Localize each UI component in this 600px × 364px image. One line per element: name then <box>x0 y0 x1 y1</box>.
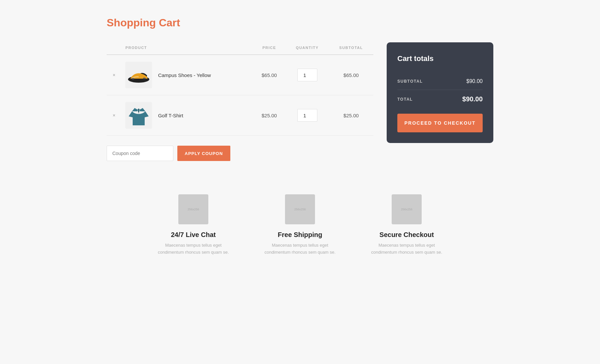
col-quantity-header: QUANTITY <box>286 42 329 55</box>
product-name: Campus Shoes - Yellow <box>158 72 211 78</box>
cart-totals-card: Cart totals SUBTOTAL $90.00 TOTAL $90.00… <box>387 42 493 143</box>
quantity-input[interactable] <box>297 69 317 81</box>
total-row: TOTAL $90.00 <box>397 90 483 108</box>
cart-layout: PRODUCT PRICE QUANTITY SUBTOTAL <box>107 42 493 161</box>
cart-table: PRODUCT PRICE QUANTITY SUBTOTAL <box>107 42 373 136</box>
page-title: Shopping Cart <box>107 17 493 29</box>
subtotal-row: SUBTOTAL $90.00 <box>397 73 483 90</box>
price-cell: $25.00 <box>253 95 286 136</box>
feature-image: 256x256 <box>285 194 315 224</box>
features-section: 256x256 24/7 Live Chat Maecenas tempus t… <box>107 194 493 256</box>
feature-item-0: 256x256 24/7 Live Chat Maecenas tempus t… <box>153 194 233 256</box>
product-cell: Golf T-Shirt <box>121 95 253 136</box>
product-thumbnail <box>125 62 152 88</box>
feature-title: 24/7 Live Chat <box>153 231 233 239</box>
svg-point-2 <box>143 78 146 79</box>
feature-item-2: 256x256 Secure Checkout Maecenas tempus … <box>367 194 447 256</box>
feature-description: Maecenas tempus tellus eget condimentum … <box>153 242 233 256</box>
feature-title: Free Shipping <box>260 231 340 239</box>
apply-coupon-button[interactable]: APPLY COUPON <box>177 146 230 161</box>
feature-description: Maecenas tempus tellus eget condimentum … <box>260 242 340 256</box>
feature-description: Maecenas tempus tellus eget condimentum … <box>367 242 447 256</box>
coupon-row: APPLY COUPON <box>107 146 373 161</box>
feature-image: 256x256 <box>178 194 208 224</box>
svg-rect-3 <box>138 109 139 112</box>
product-name: Golf T-Shirt <box>158 113 183 118</box>
table-row: × Golf T-Shirt $25.00 $25.00 <box>107 95 373 136</box>
feature-item-1: 256x256 Free Shipping Maecenas tempus te… <box>260 194 340 256</box>
col-price-header: PRICE <box>253 42 286 55</box>
title-orange: Cart <box>159 17 180 29</box>
subtotal-value: $90.00 <box>466 78 483 84</box>
subtotal-cell: $65.00 <box>329 55 373 95</box>
remove-cell: × <box>107 55 121 95</box>
feature-image: 256x256 <box>392 194 422 224</box>
quantity-input[interactable] <box>297 109 317 122</box>
table-row: × Campus Shoes - Yellow $65.00 <box>107 55 373 95</box>
price-cell: $65.00 <box>253 55 286 95</box>
product-cell: Campus Shoes - Yellow <box>121 55 253 95</box>
cart-left: PRODUCT PRICE QUANTITY SUBTOTAL <box>107 42 373 161</box>
table-header-row: PRODUCT PRICE QUANTITY SUBTOTAL <box>107 42 373 55</box>
feature-title: Secure Checkout <box>367 231 447 239</box>
remove-item-button[interactable]: × <box>111 112 117 119</box>
product-thumbnail <box>125 102 152 129</box>
remove-cell: × <box>107 95 121 136</box>
subtotal-label: SUBTOTAL <box>397 79 423 84</box>
subtotal-cell: $25.00 <box>329 95 373 136</box>
total-value: $90.00 <box>462 95 483 103</box>
col-remove-header <box>107 42 121 55</box>
quantity-cell <box>286 55 329 95</box>
remove-item-button[interactable]: × <box>111 72 117 78</box>
cart-totals-title: Cart totals <box>397 54 483 63</box>
total-label: TOTAL <box>397 97 413 102</box>
svg-point-1 <box>132 78 134 79</box>
proceed-to-checkout-button[interactable]: PROCEED TO CHECKOUT <box>397 114 483 132</box>
title-black: Shopping <box>107 17 156 29</box>
quantity-cell <box>286 95 329 136</box>
col-subtotal-header: SUBTOTAL <box>329 42 373 55</box>
col-product-header: PRODUCT <box>121 42 253 55</box>
cart-right: Cart totals SUBTOTAL $90.00 TOTAL $90.00… <box>387 42 493 143</box>
coupon-input[interactable] <box>107 146 173 161</box>
